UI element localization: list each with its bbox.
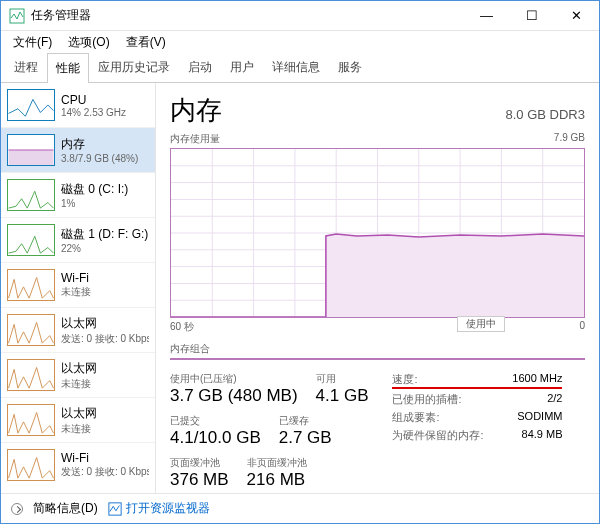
sidebar-sub: 22%: [61, 243, 148, 254]
speed-value: 1600 MHz: [512, 372, 562, 387]
chart-ymax: 7.9 GB: [554, 132, 585, 146]
paged-value: 376 MB: [170, 470, 229, 490]
hwreserved-row: 为硬件保留的内存: 84.9 MB: [392, 428, 562, 443]
hwreserved-label: 为硬件保留的内存:: [392, 428, 483, 443]
tab-0[interactable]: 进程: [5, 52, 47, 82]
open-resmon-link[interactable]: 打开资源监视器: [108, 500, 210, 517]
sidebar-thumb-cpu: [7, 89, 55, 121]
slots-label: 已使用的插槽:: [392, 392, 461, 407]
close-button[interactable]: ✕: [554, 1, 599, 30]
maximize-button[interactable]: ☐: [509, 1, 554, 30]
sidebar-item-5[interactable]: 以太网发送: 0 接收: 0 Kbps: [1, 307, 155, 352]
sidebar-sub: 发送: 0 接收: 0 Kbps: [61, 332, 149, 346]
brief-toggle[interactable]: 简略信息(D): [33, 500, 98, 517]
sidebar-title: 以太网: [61, 360, 97, 377]
cached-value: 2.7 GB: [279, 428, 332, 448]
menu-file[interactable]: 文件(F): [7, 34, 58, 51]
sidebar-title: CPU: [61, 93, 126, 107]
committed-label: 已提交: [170, 414, 261, 428]
menu-view[interactable]: 查看(V): [120, 34, 172, 51]
memory-spec: 8.0 GB DDR3: [506, 107, 585, 122]
slots-row: 已使用的插槽: 2/2: [392, 392, 562, 407]
sidebar-title: 磁盘 1 (D: F: G:): [61, 226, 148, 243]
footer: 简略信息(D) 打开资源监视器: [1, 493, 599, 523]
sidebar-thumb-mem: [7, 134, 55, 166]
used-value: 3.7 GB (480 MB): [170, 386, 298, 406]
sidebar-item-4[interactable]: Wi-Fi未连接: [1, 262, 155, 307]
collapse-icon[interactable]: [11, 503, 23, 515]
menu-options[interactable]: 选项(O): [62, 34, 115, 51]
sidebar-thumb-net: [7, 359, 55, 391]
sidebar-thumb-disk: [7, 179, 55, 211]
minimize-button[interactable]: —: [464, 1, 509, 30]
tab-1[interactable]: 性能: [47, 53, 89, 83]
slots-value: 2/2: [547, 392, 562, 407]
menubar: 文件(F) 选项(O) 查看(V): [1, 31, 599, 53]
sidebar-title: 内存: [61, 136, 138, 153]
resmon-label: 打开资源监视器: [126, 500, 210, 517]
nonpaged-value: 216 MB: [247, 470, 307, 490]
svg-rect-1: [9, 150, 54, 165]
sidebar-thumb-net: [7, 269, 55, 301]
sidebar-title: 以太网: [61, 315, 149, 332]
main-panel: 内存 8.0 GB DDR3 内存使用量 7.9 GB: [156, 83, 599, 493]
titlebar: 任务管理器 — ☐ ✕: [1, 1, 599, 31]
sidebar-thumb-net: [7, 449, 55, 481]
formfactor-value: SODIMM: [517, 410, 562, 425]
sidebar-item-8[interactable]: Wi-Fi发送: 0 接收: 0 Kbps: [1, 442, 155, 487]
sidebar-item-7[interactable]: 以太网未连接: [1, 397, 155, 442]
sidebar-thumb-net: [7, 314, 55, 346]
cached-label: 已缓存: [279, 414, 332, 428]
speed-label: 速度:: [392, 372, 417, 387]
chart-xright: 0: [579, 320, 585, 334]
window-title: 任务管理器: [31, 7, 464, 24]
sidebar-item-6[interactable]: 以太网未连接: [1, 352, 155, 397]
memory-usage-chart: [170, 148, 585, 318]
page-title: 内存: [170, 93, 222, 128]
hwreserved-value: 84.9 MB: [522, 428, 563, 443]
avail-label: 可用: [316, 372, 369, 386]
sidebar-item-3[interactable]: 磁盘 1 (D: F: G:)22%: [1, 217, 155, 262]
sidebar: CPU14% 2.53 GHz内存3.8/7.9 GB (48%)磁盘 0 (C…: [1, 83, 156, 493]
speed-row: 速度: 1600 MHz: [392, 372, 562, 389]
sidebar-thumb-net: [7, 404, 55, 436]
tab-5[interactable]: 详细信息: [263, 52, 329, 82]
tab-2[interactable]: 应用历史记录: [89, 52, 179, 82]
memory-composition-chart: [170, 358, 585, 360]
sidebar-sub: 未连接: [61, 377, 97, 391]
committed-value: 4.1/10.0 GB: [170, 428, 261, 448]
tab-4[interactable]: 用户: [221, 52, 263, 82]
sidebar-title: Wi-Fi: [61, 271, 91, 285]
paged-label: 页面缓冲池: [170, 456, 229, 470]
tabbar: 进程性能应用历史记录启动用户详细信息服务: [1, 53, 599, 83]
used-label: 使用中(已压缩): [170, 372, 298, 386]
avail-value: 4.1 GB: [316, 386, 369, 406]
resmon-icon: [108, 502, 122, 516]
composition-label: 内存组合: [170, 342, 585, 356]
in-use-marker: 使用中: [457, 316, 505, 332]
formfactor-row: 组成要素: SODIMM: [392, 410, 562, 425]
sidebar-item-0[interactable]: CPU14% 2.53 GHz: [1, 83, 155, 127]
sidebar-sub: 3.8/7.9 GB (48%): [61, 153, 138, 164]
sidebar-sub: 14% 2.53 GHz: [61, 107, 126, 118]
tab-3[interactable]: 启动: [179, 52, 221, 82]
sidebar-sub: 发送: 0 接收: 0 Kbps: [61, 465, 149, 479]
sidebar-sub: 1%: [61, 198, 128, 209]
sidebar-item-1[interactable]: 内存3.8/7.9 GB (48%): [1, 127, 155, 172]
chart-title: 内存使用量: [170, 132, 220, 146]
formfactor-label: 组成要素:: [392, 410, 439, 425]
app-icon: [9, 8, 25, 24]
chart-xleft: 60 秒: [170, 320, 194, 334]
sidebar-sub: 未连接: [61, 285, 91, 299]
sidebar-title: 磁盘 0 (C: I:): [61, 181, 128, 198]
sidebar-title: Wi-Fi: [61, 451, 149, 465]
sidebar-title: 以太网: [61, 405, 97, 422]
sidebar-sub: 未连接: [61, 422, 97, 436]
sidebar-item-2[interactable]: 磁盘 0 (C: I:)1%: [1, 172, 155, 217]
nonpaged-label: 非页面缓冲池: [247, 456, 307, 470]
tab-6[interactable]: 服务: [329, 52, 371, 82]
sidebar-thumb-disk: [7, 224, 55, 256]
